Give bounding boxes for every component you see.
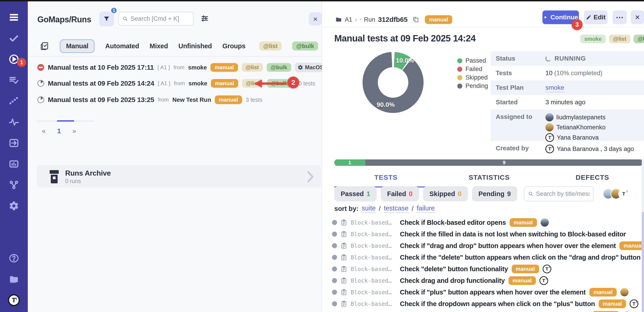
sidebar-item-activity[interactable] (8, 116, 20, 128)
test-title[interactable]: Check if Block-based editor opens (400, 219, 506, 226)
sidebar-item-runs[interactable]: 1 (8, 53, 20, 65)
edit-button[interactable]: Edit (584, 10, 608, 24)
run-breadcrumb: A1 › • Run 312dfb65 manual (335, 13, 452, 26)
pagination-page-1[interactable]: 1 (57, 127, 61, 135)
sort-failure[interactable]: failure (417, 204, 435, 213)
sidebar-item-reports[interactable] (8, 158, 20, 170)
filter-skipped[interactable]: Skipped0 (423, 186, 468, 201)
test-title[interactable]: Check if the dropdown appears when click… (400, 300, 595, 308)
test-row[interactable]: Block-based… Check drag and drop functio… (332, 275, 644, 286)
test-suite[interactable]: Block-based… (351, 300, 396, 307)
test-row[interactable]: Block-based… Check if the filled in data… (332, 229, 644, 239)
filter-badge: 1 (110, 7, 118, 14)
pagination-last[interactable]: » (72, 127, 76, 135)
test-row[interactable]: Block-based… Check if "drag and drop" bu… (332, 240, 644, 251)
search-icon (122, 16, 128, 22)
pagination: « 1 » (42, 127, 76, 135)
assigned-user[interactable]: liudmylastepanets (546, 113, 606, 122)
tag-filter-bulk[interactable]: @bulk (292, 42, 318, 50)
assigned-user[interactable]: TetianaKhomenko (546, 123, 606, 132)
sort-testcase[interactable]: testcase (384, 204, 408, 213)
sort-suite[interactable]: suite (362, 204, 376, 213)
test-title[interactable]: Check drag and drop functionality (400, 277, 505, 284)
close-panel-button[interactable]: × (309, 12, 322, 26)
clipboard-icon (341, 231, 347, 237)
assignee-avatar-stack[interactable]: T (603, 188, 629, 199)
search-box[interactable] (118, 12, 194, 26)
tab-defects[interactable]: DEFECTS (541, 170, 644, 188)
filter-settings-icon[interactable] (200, 14, 209, 24)
help-icon[interactable] (8, 252, 20, 264)
test-assignee-avatar: T (543, 265, 551, 273)
copy-icon[interactable] (413, 16, 420, 23)
filter-passed[interactable]: Passed1 (334, 186, 377, 201)
test-row[interactable]: Block-based… Check if the dropdown appea… (332, 298, 644, 309)
tab-statistics[interactable]: STATISTICS (438, 170, 540, 188)
run-title[interactable]: Manual tests at 09 Feb 2025 14:24 (48, 80, 154, 87)
folder-icon (335, 16, 342, 23)
select-all-icon[interactable] (40, 42, 49, 50)
test-suite[interactable]: Block-based… (351, 278, 396, 284)
pagination-first[interactable]: « (42, 127, 46, 135)
test-title[interactable]: Check if "plus" button appears when hove… (400, 288, 586, 296)
sidebar-item-cases[interactable] (8, 32, 20, 44)
test-plan-link[interactable]: smoke (546, 84, 564, 92)
crumb-suite[interactable]: A1 (345, 16, 352, 23)
sidebar-item-integrations[interactable] (8, 179, 20, 191)
tab-manual[interactable]: Manual (60, 39, 95, 53)
tests-search-input[interactable] (536, 190, 590, 198)
more-button[interactable]: ⋯ (612, 10, 627, 24)
filter-pending[interactable]: Pending9 (472, 186, 518, 201)
run-ref: [ A1 ] (157, 64, 170, 70)
test-status-icon (332, 301, 337, 306)
test-suite[interactable]: Block-based… (351, 242, 396, 249)
user-avatar (546, 123, 554, 132)
tab-unfinished[interactable]: Unfinished (178, 42, 212, 50)
test-row[interactable]: Block-based… Check if Block-based editor… (332, 217, 644, 228)
test-suite[interactable]: Block-based… (351, 254, 396, 261)
test-row-partial[interactable]: Block-based… Check if the dropdown close… (332, 310, 644, 312)
search-input[interactable] (130, 15, 190, 22)
assigned-user[interactable]: TYana Baranova (546, 133, 606, 142)
run-title[interactable]: Manual tests at 09 Feb 2025 13:25 (48, 96, 154, 104)
run-title[interactable]: Manual tests at 10 Feb 2025 17:11 (48, 64, 154, 71)
breadcrumb-project[interactable]: GoMaps (37, 15, 69, 24)
tab-automated[interactable]: Automated (105, 42, 139, 50)
tests-search-box[interactable] (524, 186, 594, 201)
detail-tabs: TESTS STATISTICS DEFECTS (334, 170, 644, 188)
run-type-tag: manual (425, 15, 452, 24)
sidebar-item-import[interactable] (8, 137, 20, 149)
test-title[interactable]: Check if the filled in data is not lost … (400, 230, 626, 238)
right-scrollbar-thumb[interactable] (642, 212, 644, 312)
test-title[interactable]: Check if "drag and drop" button appears … (400, 242, 616, 250)
test-suite[interactable]: Block-based… (351, 231, 396, 238)
test-title[interactable]: Check "delete" button functionality (400, 265, 508, 273)
settings-gear-icon[interactable] (8, 200, 20, 212)
workspace-logo-avatar[interactable]: T (8, 294, 20, 306)
close-detail-button[interactable]: ✕ (631, 10, 644, 24)
test-row[interactable]: Block-based… Check "delete" button funct… (332, 264, 644, 274)
menu-icon[interactable] (8, 12, 20, 23)
legend-dot-skipped (457, 75, 462, 80)
tab-groups[interactable]: Groups (222, 42, 245, 50)
test-suite[interactable]: Block-based… (351, 289, 396, 296)
test-row[interactable]: Block-based… Check if "plus" button appe… (332, 287, 644, 298)
tag-filter-list[interactable]: @list (259, 42, 282, 50)
filter-failed[interactable]: Failed0 (381, 186, 419, 201)
test-suite[interactable]: Block-based… (351, 266, 396, 272)
test-tag: manual (620, 242, 644, 250)
runs-archive-card[interactable]: Runs Archive 0 runs (37, 166, 321, 188)
runs-tabs-row: Manual Automated Mixed Unfinished Groups… (40, 37, 318, 55)
test-tag: manual (508, 276, 536, 285)
projects-folder-icon[interactable] (8, 273, 20, 285)
test-title[interactable]: Check if the "delete" button appears whe… (400, 254, 640, 261)
test-suite[interactable]: Block-based… (351, 219, 396, 226)
tab-mixed[interactable]: Mixed (150, 42, 168, 50)
test-row[interactable]: Block-based… Check if the "delete" butto… (332, 252, 644, 262)
tab-tests[interactable]: TESTS (334, 170, 438, 188)
sidebar-item-milestones[interactable] (8, 95, 20, 107)
sidebar-item-test-plans[interactable] (8, 74, 20, 86)
pagination-thumb[interactable] (57, 120, 74, 122)
run-row[interactable]: Manual tests at 09 Feb 2025 13:25 from N… (37, 93, 262, 106)
test-status-icon (332, 290, 337, 295)
